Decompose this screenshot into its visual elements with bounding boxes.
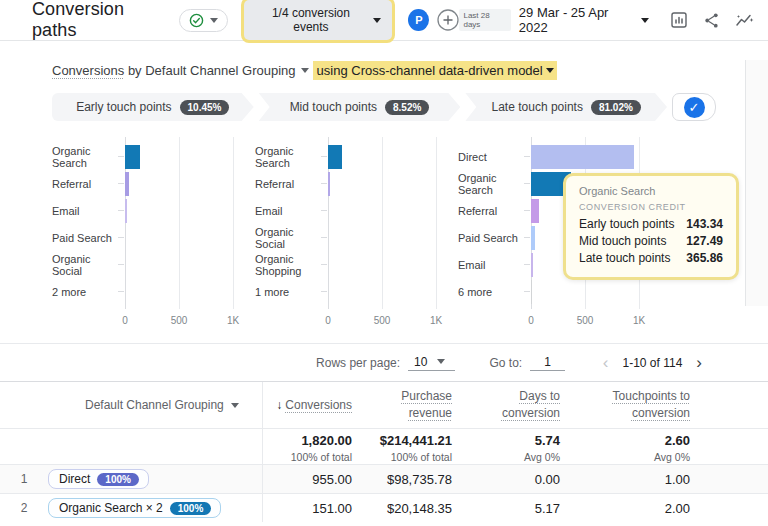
funnel-endcap: ✓	[672, 93, 716, 121]
chart-category-label: Referral	[458, 205, 531, 217]
rows-per-page-label: Rows per page:	[316, 356, 400, 370]
page-title: Conversion paths	[32, 0, 167, 41]
table-totals-row: 1,820.00 100% of total $214,441.21 100% …	[0, 428, 768, 464]
chevron-down-icon	[210, 18, 218, 23]
conversion-status-selector[interactable]	[179, 9, 228, 32]
cell-conversions: 151.00	[262, 501, 352, 516]
attribution-model-selector[interactable]: using Cross-channel data-driven model	[313, 61, 557, 80]
column-header-touchpoints-to-conversion[interactable]: Touchpoints to conversion	[560, 388, 690, 422]
funnel-segment-late[interactable]: Late touch points 81.02%	[465, 93, 667, 121]
attribution-model-label: using Cross-channel data-driven model	[317, 63, 543, 78]
tooltip-row-label: Early touch points	[579, 216, 674, 233]
tooltip-row-value: 365.86	[686, 250, 723, 267]
conversion-credit-tooltip: Organic Search CONVERSION CREDIT Early t…	[563, 173, 739, 280]
funnel-segment-label: Early touch points	[76, 100, 171, 114]
chevron-down-icon	[437, 359, 445, 364]
add-comparison-button[interactable]	[437, 9, 459, 31]
rows-per-page-select[interactable]: 10	[408, 355, 455, 371]
share-icon[interactable]	[703, 12, 720, 29]
chart-category-label: Organic Search	[458, 172, 531, 196]
cell-conversions: 955.00	[262, 472, 352, 487]
channel-path-chip[interactable]: Direct 100%	[48, 469, 149, 489]
totals-touchpoints: 2.60 Avg 0%	[560, 433, 690, 465]
chart-bar[interactable]	[531, 199, 539, 223]
column-header-purchase-revenue[interactable]: Purchase revenue	[352, 388, 452, 422]
chart-category-label: Paid Search	[52, 232, 125, 244]
chevron-down-icon	[546, 68, 554, 73]
rows-per-page-value: 10	[414, 355, 427, 369]
chart-bar[interactable]	[328, 145, 342, 169]
credit-percent-badge: 100%	[170, 502, 212, 515]
next-page-button[interactable]: ›	[692, 354, 706, 371]
chart-row: Email	[52, 197, 243, 224]
avatar[interactable]: P	[408, 9, 429, 31]
date-range-label: 29 Mar - 25 Apr 2022	[519, 5, 635, 35]
chart-category-label: Email	[255, 205, 328, 217]
funnel-segment-label: Mid touch points	[290, 100, 377, 114]
table-row: 2 Organic Search × 2 100% 151.00 $20,148…	[0, 493, 768, 522]
chart-category-label: Paid Search	[458, 232, 531, 244]
conversion-paths-report: Conversion paths 1/4 conversion events P…	[0, 0, 768, 526]
customize-report-icon[interactable]	[670, 11, 688, 29]
channel-path-chip[interactable]: Organic Search × 2 100%	[48, 498, 221, 518]
column-header-conversions[interactable]: ↓Conversions	[262, 397, 352, 414]
breakdown-dimension-selector[interactable]: Conversions by Default Channel Grouping	[52, 63, 309, 78]
chart-bar[interactable]	[531, 145, 634, 169]
early-touch-points-chart: Organic SearchReferralEmailPaid SearchOr…	[52, 143, 243, 333]
select-all-check-icon[interactable]: ✓	[684, 97, 705, 118]
chart-bar[interactable]	[531, 226, 535, 250]
conversion-events-dropdown[interactable]: 1/4 conversion events	[244, 0, 392, 40]
chart-row: Organic Search	[255, 143, 446, 170]
chart-row: Paid Search	[52, 224, 243, 251]
credit-percent-badge: 100%	[97, 473, 139, 486]
chart-category-label: Referral	[255, 178, 328, 190]
cell-revenue: $20,148.35	[352, 501, 452, 516]
chart-bar[interactable]	[125, 145, 140, 169]
plus-icon	[437, 9, 459, 31]
chart-row: Organic Search	[52, 143, 243, 170]
channel-path-label: Organic Search × 2	[59, 501, 163, 515]
chart-row: Organic Social	[52, 251, 243, 278]
chevron-down-icon	[231, 403, 239, 408]
metric-label: Conversions	[52, 63, 124, 78]
channel-path-label: Direct	[59, 472, 90, 486]
chart-bar[interactable]	[328, 172, 330, 196]
date-range-selector[interactable]: 29 Mar - 25 Apr 2022	[519, 5, 649, 35]
chevron-down-icon	[641, 18, 649, 23]
funnel-segment-early[interactable]: Early touch points 10.45%	[52, 93, 254, 121]
funnel-segment-value: 81.02%	[591, 100, 641, 115]
chart-category-label: Organic Social	[52, 253, 125, 277]
row-number: 1	[0, 472, 48, 486]
funnel-segment-value: 8.52%	[385, 100, 429, 115]
chart-category-label: Organic Shopping	[255, 253, 328, 277]
chart-bar[interactable]	[125, 172, 129, 196]
dimension-header-label: Default Channel Grouping	[85, 398, 224, 412]
chart-row: Referral	[255, 170, 446, 197]
chart-bar[interactable]	[125, 199, 127, 223]
chart-category-label: 6 more	[458, 286, 531, 298]
verified-check-icon	[189, 13, 204, 28]
chevron-down-icon	[301, 68, 309, 73]
chart-bar[interactable]	[531, 253, 533, 277]
chart-bar[interactable]	[531, 280, 532, 304]
funnel-segment-label: Late touch points	[492, 100, 583, 114]
go-to-page-input[interactable]: 1	[530, 355, 565, 371]
cell-touchpoints: 1.00	[560, 472, 690, 487]
previous-page-button[interactable]: ‹	[599, 354, 613, 371]
insights-icon[interactable]	[735, 12, 754, 29]
chart-row: Organic Shopping	[255, 251, 446, 278]
cell-days: 0.00	[452, 472, 560, 487]
chart-axis-ticks: 05001K	[531, 315, 649, 329]
chart-row: Direct	[458, 143, 654, 170]
touch-points-funnel: Early touch points 10.45% Mid touch poin…	[52, 93, 716, 121]
totals-conversions: 1,820.00 100% of total	[262, 433, 352, 465]
tooltip-subtitle: CONVERSION CREDIT	[579, 202, 723, 212]
chart-category-label: Email	[52, 205, 125, 217]
column-header-days-to-conversion[interactable]: Days to conversion	[452, 388, 560, 422]
chart-row: 2 more	[52, 278, 243, 305]
chart-row: 1 more	[255, 278, 446, 305]
dimension-column-header[interactable]: Default Channel Grouping	[48, 398, 262, 412]
funnel-segment-mid[interactable]: Mid touch points 8.52%	[259, 93, 461, 121]
date-preset-badge: Last 28 days	[459, 9, 510, 31]
chart-row: Organic Social	[255, 224, 446, 251]
